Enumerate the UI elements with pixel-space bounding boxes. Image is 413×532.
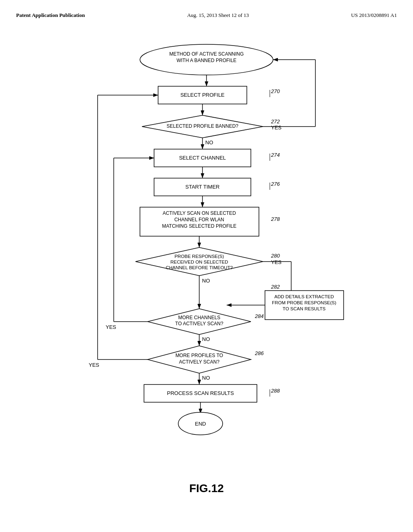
flowchart-svg: METHOD OF ACTIVE SCANNING WITH A BANNED … (65, 35, 348, 478)
more-profiles-node-l2: ACTIVELY SCAN? (179, 359, 220, 365)
add-details-node-l3: TO SCAN RESULTS (283, 306, 326, 311)
diagram-container: METHOD OF ACTIVE SCANNING WITH A BANNED … (16, 35, 397, 495)
no-272: NO (205, 139, 213, 145)
actively-scan-node-l3: MATCHING SELECTED PROFILE (162, 223, 236, 229)
process-scan-results-node: PROCESS SCAN RESULTS (167, 390, 234, 396)
label-280: 280 (271, 253, 280, 259)
end-node: END (195, 421, 206, 427)
label-282: 282 (271, 284, 280, 290)
yes-280: YES (271, 259, 282, 265)
start-timer-node: START TIMER (186, 184, 220, 190)
more-channels-node-l1: MORE CHANNELS (178, 315, 221, 320)
no-286: NO (202, 375, 210, 381)
label-278: 278 (271, 216, 280, 222)
actively-scan-node-l1: ACTIVELY SCAN ON SELECTED (163, 210, 236, 216)
header-left: Patent Application Publication (16, 12, 85, 19)
page: Patent Application Publication Aug. 15, … (0, 0, 413, 532)
header: Patent Application Publication Aug. 15, … (16, 12, 397, 19)
more-profiles-node-l1: MORE PROFILES TO (175, 353, 223, 358)
yes-272: YES (271, 125, 282, 131)
probe-response-node-l3: CHANNEL BEFORE TIMEOUT? (166, 265, 233, 270)
add-details-node-l2: FROM PROBE RESPONSE(S) (272, 300, 336, 305)
more-channels-node-l2: TO ACTIVELY SCAN? (175, 321, 223, 326)
probe-response-node-l2: RECEIVED ON SELECTED (170, 260, 228, 264)
label-274: 274 (271, 152, 280, 158)
label-270: 270 (271, 88, 280, 94)
actively-scan-node-l2: CHANNEL FOR WLAN (174, 217, 224, 222)
header-center: Aug. 15, 2013 Sheet 12 of 13 (187, 12, 249, 19)
add-details-node-l1: ADD DETAILS EXTRACTED (274, 294, 334, 299)
no-280: NO (202, 278, 210, 284)
select-profile-node: SELECT PROFILE (180, 92, 225, 98)
no-284: NO (202, 336, 210, 342)
label-286: 286 (254, 350, 264, 356)
label-288: 288 (271, 388, 280, 394)
yes-286: YES (89, 362, 99, 368)
start-node-line1: METHOD OF ACTIVE SCANNING (169, 51, 244, 57)
label-276: 276 (271, 181, 280, 187)
start-node-line2: WITH A BANNED PROFILE (177, 58, 237, 63)
select-channel-node: SELECT CHANNEL (179, 155, 226, 161)
yes-284: YES (106, 324, 116, 330)
probe-response-node-l1: PROBE RESPONSE(S) (175, 254, 224, 259)
selected-profile-banned-node: SELECTED PROFILE BANNED? (167, 123, 238, 129)
header-right: US 2013/0208891 A1 (351, 12, 397, 19)
label-284: 284 (254, 313, 264, 319)
fig-label: FIG.12 (189, 482, 224, 495)
label-272: 272 (271, 118, 280, 125)
